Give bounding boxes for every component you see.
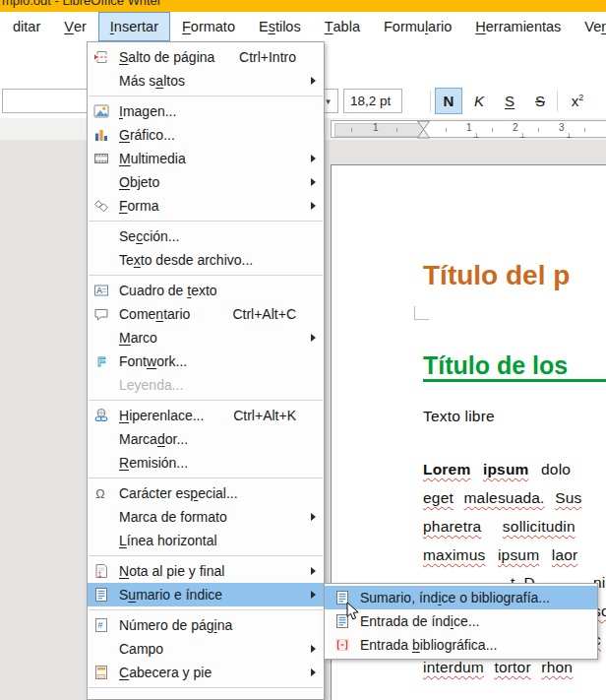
font-size-combo[interactable]: 18,2 pt [343,89,402,113]
svg-text:A: A [96,286,102,295]
document-heading-1[interactable]: Título del p [423,260,570,291]
paragraph-line[interactable]: maximus ipsum laor [423,546,577,564]
menu-item-grafico[interactable]: Gráfico... [88,123,324,147]
ruler-number: 3 [559,122,565,133]
fontwork-icon: F [91,353,111,369]
ruler-number: 1 [373,122,379,133]
menu-item-imagen[interactable]: Imagen... [88,99,324,123]
menu-separator [89,687,323,688]
menu-item-numero-de-pagina[interactable]: # Número de página [88,613,324,637]
menu-ver[interactable]: Ver [52,12,98,41]
menu-item-marca-de-formato[interactable]: Marca de formato [88,505,324,529]
svg-text:#: # [97,619,103,630]
submenu-arrow-icon [311,513,316,521]
footnote-icon: 1 [91,563,111,579]
menu-item-forma[interactable]: Forma [88,194,324,218]
menu-item-fontwork[interactable]: F Fontwork... [88,350,324,373]
menu-editar[interactable]: ditar [1,12,52,41]
menu-separator [89,555,323,556]
document-free-text[interactable]: Texto libre [423,408,495,425]
submenu-item-entrada-de-indice[interactable]: Entrada de índice... [325,609,597,633]
toolbar-separator [557,91,558,112]
menu-separator [89,95,323,96]
menu-item-texto-desde-archivo[interactable]: Texto desde archivo... [88,248,324,272]
insert-menu-panel: Salto de página Ctrl+Intro Más saltos Im… [87,41,325,700]
tab-stop-marker[interactable]: ⊥ [519,132,525,140]
menu-item-leyenda: Leyenda... [88,373,324,397]
menu-item-seccion[interactable]: Sección... [88,224,324,248]
image-icon [91,103,111,119]
paragraph-line[interactable]: interdum tortor rhon [423,659,573,676]
special-character-icon: Ω [91,485,111,501]
svg-text:F: F [97,354,105,369]
menu-item-comentario[interactable]: Comentario Ctrl+Alt+C [88,302,324,326]
heading-underline [423,379,606,382]
font-size-value: 18,2 pt [344,94,391,108]
submenu-arrow-icon [311,334,316,342]
document-heading-2[interactable]: Título de los [423,351,568,380]
menu-item-marcador[interactable]: Marcador... [88,427,324,451]
ruler-number: 1 [466,122,472,133]
multimedia-icon [91,151,111,166]
strikethrough-button[interactable]: S [526,88,554,114]
menu-ventana[interactable]: Ventana [573,12,606,41]
ruler-margin-area [334,123,424,137]
submenu-item-sumario-indice-bibliografia[interactable]: Sumario, índice o bibliografía... [325,586,597,609]
menu-separator [89,400,323,401]
paragraph-line[interactable]: eget malesuada. Sus [423,489,581,507]
menu-bar: ditar Ver Insertar Formato Estilos Tabla… [0,12,606,41]
submenu-arrow-icon [311,645,316,653]
paragraph-line[interactable]: Lorem ipsum dolo [423,461,571,478]
menu-separator [89,477,323,478]
menu-item-objeto[interactable]: Objeto [88,170,324,194]
menu-tabla[interactable]: Tabla [313,12,372,41]
menu-item-caracter-especial[interactable]: Ω Carácter especial... [88,481,324,505]
menu-item-hiperenlace[interactable]: Hiperenlace... Ctrl+Alt+K [88,404,324,427]
paragraph-line[interactable]: pharetra sollicitudin [423,518,576,536]
menu-item-linea-horizontal[interactable]: Línea horizontal [88,529,324,552]
menu-insertar[interactable]: Insertar [98,12,170,41]
textbox-icon: A [91,283,111,298]
italic-button[interactable]: K [465,88,493,114]
submenu-arrow-icon [311,567,316,575]
bibliography-entry-icon [333,637,352,653]
ruler-scale: 1 1 2 3 ⊥ ⊥ ⊥ [331,120,606,138]
menu-item-sumario-e-indice[interactable]: Sumario e índice [88,583,324,606]
menu-item-cabecera-y-pie[interactable]: Cabecera y pie [88,661,324,684]
sumario-submenu-panel: Sumario, índice o bibliografía... Entrad… [324,583,598,660]
menu-item-mas-saltos[interactable]: Más saltos [88,69,324,93]
superscript-button[interactable]: x2 [563,88,592,114]
menu-separator [89,221,323,222]
submenu-arrow-icon [311,202,316,210]
underline-button[interactable]: S [496,88,523,114]
tab-stop-marker[interactable]: ⊥ [473,132,479,140]
menu-estilos[interactable]: Estilos [247,12,313,41]
submenu-item-entrada-bibliografica[interactable]: Entrada bibliográfica... [325,633,597,657]
submenu-arrow-icon [311,155,316,162]
menu-formulario[interactable]: Formulario [372,12,463,41]
menu-separator [89,609,323,610]
ruler-number: 2 [513,122,518,133]
window-title: mplo.odt - LibreOffice Writer [2,0,161,8]
menu-herramientas[interactable]: Herramientas [463,12,573,41]
menu-item-remision[interactable]: Remisión... [88,451,324,475]
submenu-arrow-icon [311,178,316,186]
menu-item-multimedia[interactable]: Multimedia [88,147,324,170]
shapes-icon [91,198,111,214]
svg-text:1: 1 [98,571,102,578]
menu-item-salto-de-pagina[interactable]: Salto de página Ctrl+Intro [88,45,324,69]
page-break-icon [91,49,111,65]
comment-icon [91,306,111,322]
menu-formato[interactable]: Formato [170,12,247,41]
menu-item-campo[interactable]: Campo [88,637,324,661]
menu-item-nota-al-pie[interactable]: 1 Nota al pie y final [88,559,324,583]
submenu-arrow-icon [311,668,316,676]
bold-button[interactable]: N [435,88,462,114]
text-boundary-corner [414,306,429,320]
hyperlink-icon [91,408,111,423]
tab-stop-marker[interactable]: ⊥ [566,132,572,140]
toolbar-separator [430,91,431,112]
title-bar: mplo.odt - LibreOffice Writer [0,0,606,12]
menu-item-cuadro-de-texto[interactable]: A Cuadro de texto [88,279,324,302]
menu-item-marco[interactable]: Marco [88,326,324,350]
